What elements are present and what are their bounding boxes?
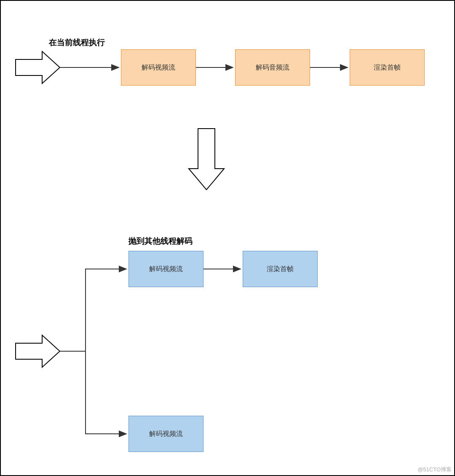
big-arrow-right-1 (16, 51, 60, 83)
branch-to-decode-video-top (86, 269, 126, 351)
section1-title: 在当前线程执行 (49, 37, 105, 48)
branch-to-decode-video-bottom (86, 351, 126, 434)
section2-title: 抛到其他线程解码 (128, 236, 193, 247)
big-arrow-down (189, 129, 224, 190)
diagram-canvas: 在当前线程执行 解码视频流 解码音频流 渲染首帧 抛到其他线程解码 解码视频流 … (1, 1, 454, 475)
node-decode-audio: 解码音频流 (235, 49, 310, 86)
big-arrow-right-2 (16, 335, 60, 367)
node-decode-video: 解码视频流 (121, 49, 196, 86)
node-render-first-frame-2: 渲染首帧 (243, 251, 318, 287)
node-decode-video-bottom: 解码视频流 (128, 416, 203, 452)
node-decode-video-top: 解码视频流 (128, 251, 203, 287)
node-render-first-frame: 渲染首帧 (350, 49, 425, 86)
watermark: @51CTO博客 (418, 466, 452, 473)
